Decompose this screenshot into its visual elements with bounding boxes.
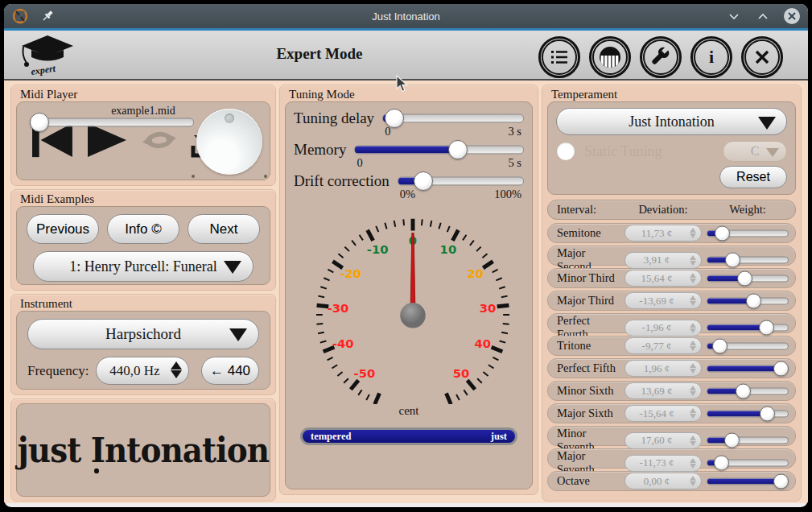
drift-correction-slider[interactable] — [398, 171, 524, 191]
col-weight: Weight: — [707, 203, 789, 217]
mouse-cursor — [396, 75, 408, 96]
spinner-arrows-icon — [690, 436, 696, 446]
interval-row: Major Second 3,91 ¢ — [547, 246, 796, 266]
drift-correction-label: Drift correction — [294, 172, 390, 190]
instrument-select[interactable]: Harpsichord — [27, 319, 259, 349]
deviation-spinbox[interactable]: 15,64 ¢ — [624, 270, 702, 287]
page-title: Expert Mode — [263, 45, 376, 63]
weight-slider[interactable] — [707, 252, 789, 268]
weight-slider[interactable] — [707, 270, 789, 287]
weight-slider[interactable] — [707, 406, 789, 422]
maximize-icon[interactable] — [755, 8, 771, 24]
bar-left-label: tempered — [311, 430, 351, 443]
deviation-value: -9,77 ¢ — [642, 340, 672, 353]
frequency-value: 440,0 Hz — [109, 363, 159, 379]
info-copyright-button[interactable]: Info © — [107, 214, 179, 244]
info-button[interactable]: i — [690, 36, 732, 78]
interval-row: Semitone 11,73 ¢ — [547, 223, 796, 243]
volume-knob[interactable] — [196, 109, 262, 175]
brand-logo: just Intonation — [18, 430, 269, 470]
reset-button[interactable]: Reset — [719, 166, 787, 188]
weight-slider[interactable] — [707, 320, 789, 336]
interval-row: Major Sixth -15,64 ¢ — [547, 403, 796, 423]
playback-position-slider[interactable] — [30, 113, 194, 132]
close-app-button[interactable] — [741, 36, 783, 78]
weight-slider[interactable] — [707, 473, 789, 489]
deviation-spinbox[interactable]: -13,69 ¢ — [624, 292, 702, 309]
spinner-arrows-icon — [690, 476, 696, 486]
deviation-spinbox[interactable]: -9,77 ¢ — [624, 337, 702, 354]
interval-row: Perfect Fourth -1,96 ¢ — [547, 313, 796, 333]
deviation-spinbox[interactable]: 13,69 ¢ — [624, 382, 702, 399]
interval-label: Major Sixth — [557, 407, 620, 420]
frequency-label: Frequency: — [27, 363, 89, 379]
svg-text:40: 40 — [474, 337, 491, 350]
deviation-spinbox[interactable]: 1,96 ¢ — [624, 360, 702, 377]
svg-text:-30: -30 — [328, 301, 349, 315]
weight-slider[interactable] — [707, 293, 789, 309]
next-button[interactable]: Next — [188, 214, 260, 244]
deviation-value: 13,69 ¢ — [641, 385, 673, 398]
weight-slider[interactable] — [707, 383, 789, 399]
interval-row: Tritone -9,77 ¢ — [547, 336, 796, 356]
minimize-icon[interactable] — [726, 8, 742, 24]
deviation-value: -11,73 ¢ — [640, 456, 674, 469]
weight-slider[interactable] — [707, 361, 789, 377]
pin-icon[interactable] — [39, 8, 56, 24]
weight-slider[interactable] — [707, 338, 789, 354]
memory-label: Memory — [294, 141, 346, 159]
deviation-spinbox[interactable]: 3,91 ¢ — [624, 252, 702, 269]
panel-title: Temperament — [551, 87, 796, 101]
piano-button[interactable] — [589, 36, 631, 78]
spinner-arrows-icon — [690, 255, 696, 266]
titlebar[interactable]: Just Intonation — [4, 4, 808, 28]
weight-slider[interactable] — [707, 225, 789, 242]
spinner-arrows-icon[interactable] — [171, 361, 182, 378]
settings-wrench-button[interactable] — [640, 36, 682, 78]
interval-table-header: Interval: Deviation: Weight: — [547, 200, 796, 220]
temperament-controls: Just Intonation Static Tuning C Reset — [547, 101, 796, 195]
svg-text:-10: -10 — [367, 242, 389, 256]
chevron-down-icon — [766, 148, 779, 157]
deviation-spinbox[interactable]: 17,60 ¢ — [624, 432, 702, 449]
col-interval: Interval: — [557, 203, 620, 217]
panel-title: Midi Player — [20, 87, 270, 101]
reset-frequency-button[interactable]: ← 440 — [201, 357, 259, 385]
memory-slider[interactable] — [354, 140, 524, 159]
static-key-select[interactable]: C — [723, 141, 787, 162]
frequency-spinbox[interactable]: 440,0 Hz — [96, 357, 189, 385]
deviation-value: 17,60 ¢ — [641, 434, 673, 447]
window-title: Just Intonation — [4, 10, 808, 23]
static-tuning-label: Static Tuning — [584, 143, 662, 160]
tuning-delay-slider[interactable] — [382, 109, 524, 128]
deviation-spinbox[interactable]: 11,73 ¢ — [624, 225, 702, 242]
svg-text:10: 10 — [440, 242, 457, 256]
interval-label: Semitone — [557, 226, 620, 240]
deviation-spinbox[interactable]: 0,00 ¢ — [624, 473, 702, 489]
bar-right-label: just — [491, 430, 507, 443]
deviation-spinbox[interactable]: -1,96 ¢ — [624, 320, 702, 337]
weight-slider[interactable] — [707, 432, 789, 448]
weight-slider[interactable] — [707, 455, 789, 471]
interval-label: Minor Sixth — [557, 384, 620, 398]
spinner-arrows-icon — [690, 386, 696, 396]
previous-button[interactable]: Previous — [27, 214, 99, 244]
deviation-value: 15,64 ¢ — [641, 272, 673, 285]
interval-row: Minor Sixth 13,69 ¢ — [547, 381, 796, 401]
application-window: Just Intonation — [4, 4, 808, 507]
interval-row: Perfect Fifth 1,96 ¢ — [547, 358, 796, 378]
deviation-spinbox[interactable]: -15,64 ¢ — [624, 405, 702, 422]
deviation-value: 0,00 ¢ — [644, 475, 670, 488]
svg-text:30: 30 — [480, 301, 497, 315]
header-toolbar: expert Expert Mode — [4, 31, 808, 81]
close-window-icon[interactable] — [784, 8, 800, 24]
playlist-button[interactable] — [538, 36, 580, 78]
example-select[interactable]: 1: Henry Purcell: Funeral — [33, 251, 253, 282]
temperament-select[interactable]: Just Intonation — [556, 108, 787, 135]
static-tuning-checkbox[interactable] — [556, 142, 575, 161]
midi-player-panel: Midi Player example1.mid — [10, 85, 276, 186]
app-icon[interactable] — [12, 8, 28, 24]
instrument-select-value: Harpsichord — [105, 325, 181, 343]
deviation-spinbox[interactable]: -11,73 ¢ — [624, 455, 702, 472]
spinner-arrows-icon — [690, 363, 696, 374]
